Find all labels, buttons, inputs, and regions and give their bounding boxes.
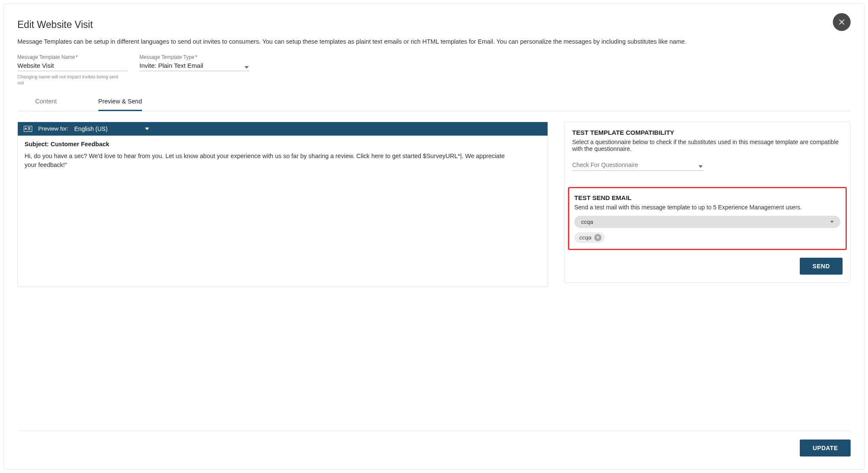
template-type-label: Message Template Type* xyxy=(139,54,250,60)
content-area: A文 Preview for: English (US) Subject: Cu… xyxy=(17,122,851,287)
edit-template-dialog: Edit Website Visit Message Templates can… xyxy=(3,3,865,470)
selected-users-row: ccqa ✕ xyxy=(574,232,840,243)
dialog-footer: UPDATE xyxy=(17,431,851,456)
template-type-field: Message Template Type* xyxy=(139,54,250,71)
user-chip: ccqa ✕ xyxy=(574,232,605,243)
preview-language-select[interactable]: English (US) xyxy=(74,125,149,132)
preview-subject: Subject: Customer Feedback xyxy=(25,141,541,147)
close-button[interactable] xyxy=(833,13,851,31)
template-name-label: Message Template Name* xyxy=(17,54,128,60)
questionnaire-placeholder[interactable] xyxy=(572,160,704,171)
template-name-field: Message Template Name* Changing name wil… xyxy=(17,54,128,86)
label-text: Message Template Name xyxy=(17,54,75,60)
tab-content[interactable]: Content xyxy=(35,94,57,111)
template-name-input[interactable] xyxy=(17,61,128,71)
preview-panel: A文 Preview for: English (US) Subject: Cu… xyxy=(17,122,548,287)
tabs: Content Preview & Send xyxy=(17,94,851,111)
compat-section: TEST TEMPLATE COMPATIBILITY Select a que… xyxy=(565,122,850,179)
close-icon xyxy=(838,18,846,26)
test-user-select-value: ccqa xyxy=(581,219,593,225)
chevron-down-icon xyxy=(145,128,149,130)
compat-heading: TEST TEMPLATE COMPATIBILITY xyxy=(572,129,843,136)
test-send-heading: TEST SEND EMAIL xyxy=(574,194,840,201)
required-asterisk: * xyxy=(76,54,78,60)
label-text: Message Template Type xyxy=(139,54,195,60)
tab-preview-send[interactable]: Preview & Send xyxy=(98,94,142,111)
subject-label: Subject: xyxy=(25,141,49,147)
chevron-down-icon xyxy=(830,221,834,223)
remove-chip-icon[interactable]: ✕ xyxy=(594,234,601,241)
send-button[interactable]: SEND xyxy=(800,258,843,275)
preview-language-value: English (US) xyxy=(74,125,108,132)
dialog-title: Edit Website Visit xyxy=(17,19,93,31)
template-type-select[interactable] xyxy=(139,61,250,71)
test-send-desc: Send a test mail with this message templ… xyxy=(574,204,840,211)
questionnaire-select[interactable] xyxy=(572,160,704,171)
preview-header: A文 Preview for: English (US) xyxy=(18,122,548,136)
compat-desc: Select a questionnaire below to check if… xyxy=(572,139,843,152)
update-button[interactable]: UPDATE xyxy=(800,440,851,456)
subject-value: Customer Feedback xyxy=(50,141,109,147)
side-panel: TEST TEMPLATE COMPATIBILITY Select a que… xyxy=(564,122,851,283)
template-type-value[interactable] xyxy=(139,61,250,71)
dialog-intro: Message Templates can be setup in differ… xyxy=(17,38,763,45)
language-icon: A文 xyxy=(24,126,32,132)
chevron-down-icon xyxy=(245,66,249,69)
preview-body: Subject: Customer Feedback Hi, do you ha… xyxy=(18,136,548,176)
template-name-hint: Changing name will not impact invites be… xyxy=(17,74,119,86)
test-user-select[interactable]: ccqa xyxy=(574,216,840,228)
preview-body-text: Hi, do you have a sec? We'd love to hear… xyxy=(25,152,512,170)
test-send-section: TEST SEND EMAIL Send a test mail with th… xyxy=(568,187,847,250)
send-row: SEND xyxy=(565,250,850,282)
fields-row: Message Template Name* Changing name wil… xyxy=(17,54,851,86)
preview-for-label: Preview for: xyxy=(38,125,68,132)
user-chip-label: ccqa xyxy=(579,234,592,241)
required-asterisk: * xyxy=(195,54,198,60)
chevron-down-icon xyxy=(698,165,703,168)
